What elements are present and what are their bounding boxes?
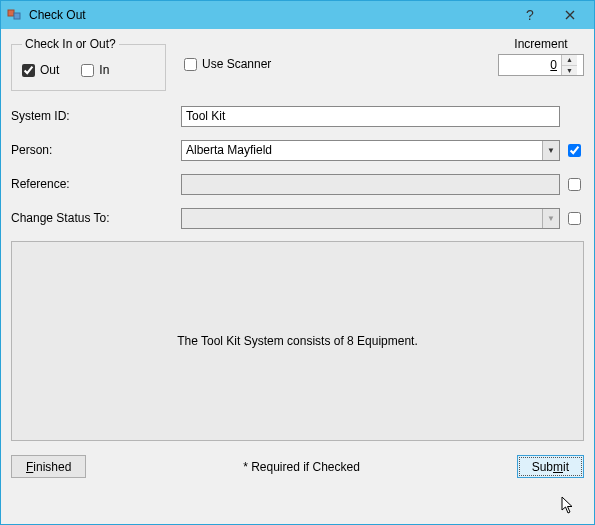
required-note: * Required if Checked: [86, 460, 516, 474]
use-scanner-checkbox[interactable]: Use Scanner: [184, 57, 271, 71]
increment-up-button[interactable]: ▲: [562, 55, 577, 66]
close-button[interactable]: [550, 3, 590, 27]
status-row: Change Status To: ▼: [11, 207, 584, 229]
person-required-checkbox[interactable]: [568, 144, 581, 157]
increment-input[interactable]: [499, 55, 561, 75]
window-frame: Check Out ? Check In or Out? Out In: [0, 0, 595, 525]
svg-rect-0: [8, 10, 14, 16]
info-panel-message: The Tool Kit System consists of 8 Equipm…: [177, 334, 418, 348]
person-combo-text: Alberta Mayfield: [186, 143, 542, 157]
use-scanner-label: Use Scanner: [202, 57, 271, 71]
person-label: Person:: [11, 143, 181, 157]
use-scanner-input[interactable]: [184, 58, 197, 71]
bottom-row: Finished * Required if Checked Submit: [11, 455, 584, 478]
reference-label: Reference:: [11, 177, 181, 191]
reference-input[interactable]: [181, 174, 560, 195]
submit-button[interactable]: Submit: [517, 455, 584, 478]
system-id-input[interactable]: [181, 106, 560, 127]
out-checkbox-input[interactable]: [22, 64, 35, 77]
increment-spinner[interactable]: ▲ ▼: [498, 54, 584, 76]
status-combo: ▼: [181, 208, 560, 229]
client-area: Check In or Out? Out In Use Scanner: [1, 29, 594, 524]
status-label: Change Status To:: [11, 211, 181, 225]
app-icon: [7, 7, 23, 23]
check-in-out-group: Check In or Out? Out In: [11, 37, 166, 91]
person-row: Person: Alberta Mayfield ▼: [11, 139, 584, 161]
in-checkbox-input[interactable]: [81, 64, 94, 77]
help-button[interactable]: ?: [510, 3, 550, 27]
status-combo-button: ▼: [542, 209, 559, 228]
info-panel: The Tool Kit System consists of 8 Equipm…: [11, 241, 584, 441]
top-row: Check In or Out? Out In Use Scanner: [11, 37, 584, 91]
svg-rect-1: [14, 13, 20, 19]
increment-down-button[interactable]: ▼: [562, 66, 577, 76]
increment-label: Increment: [498, 37, 584, 51]
check-in-out-legend: Check In or Out?: [22, 37, 119, 51]
out-checkbox-label: Out: [40, 63, 59, 77]
reference-row: Reference:: [11, 173, 584, 195]
finished-button[interactable]: Finished: [11, 455, 86, 478]
increment-group: Increment ▲ ▼: [498, 37, 584, 76]
cursor-icon: [561, 496, 575, 514]
titlebar: Check Out ?: [1, 1, 594, 29]
out-checkbox[interactable]: Out: [22, 63, 59, 77]
form-rows: System ID: Person: Alberta Mayfield ▼: [11, 105, 584, 229]
in-checkbox[interactable]: In: [81, 63, 109, 77]
reference-required-checkbox[interactable]: [568, 178, 581, 191]
system-id-row: System ID:: [11, 105, 584, 127]
person-combo[interactable]: Alberta Mayfield ▼: [181, 140, 560, 161]
system-id-label: System ID:: [11, 109, 181, 123]
status-required-checkbox[interactable]: [568, 212, 581, 225]
person-combo-button[interactable]: ▼: [542, 141, 559, 160]
in-checkbox-label: In: [99, 63, 109, 77]
window-title: Check Out: [29, 8, 510, 22]
